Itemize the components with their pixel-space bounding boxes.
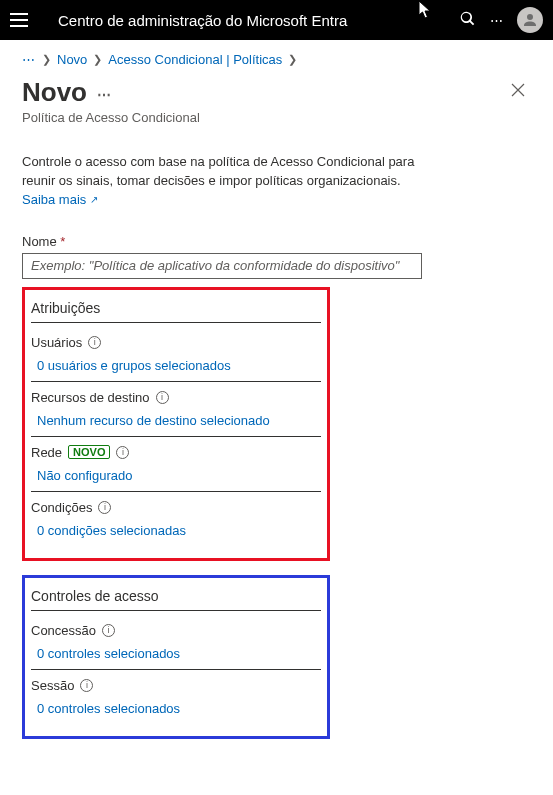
info-icon[interactable]: i [98,501,111,514]
info-icon[interactable]: i [88,336,101,349]
resources-link[interactable]: Nenhum recurso de destino selecionado [31,407,321,437]
conditions-label: Condições [31,500,92,515]
conditions-group: Condições i 0 condições selecionadas [31,498,321,546]
breadcrumb-link-policies[interactable]: Acesso Condicional | Políticas [108,52,282,67]
avatar[interactable] [517,7,543,33]
grant-group: Concessão i 0 controles selecionados [31,621,321,670]
chevron-right-icon: ❯ [93,53,102,66]
users-link[interactable]: 0 usuários e grupos selecionados [31,352,321,382]
page-more-icon[interactable]: ⋯ [97,87,111,103]
resources-label: Recursos de destino [31,390,150,405]
external-link-icon: ↗ [90,194,98,205]
info-icon[interactable]: i [80,679,93,692]
network-label: Rede [31,445,62,460]
chevron-right-icon: ❯ [42,53,51,66]
breadcrumb: ⋯ ❯ Novo ❯ Acesso Condicional | Política… [0,40,553,73]
new-badge: NOVO [68,445,110,459]
users-group: Usuários i 0 usuários e grupos seleciona… [31,333,321,382]
more-icon[interactable]: ⋯ [487,13,507,28]
app-title: Centro de administração do Microsoft Ent… [38,12,447,29]
network-link[interactable]: Não configurado [31,462,321,492]
learn-more-link[interactable]: Saiba mais ↗ [22,192,98,207]
name-label: Nome * [22,234,531,249]
session-group: Sessão i 0 controles selecionados [31,676,321,724]
grant-label: Concessão [31,623,96,638]
breadcrumb-more[interactable]: ⋯ [22,52,36,67]
close-icon[interactable] [505,77,531,106]
assignments-section: Atribuições Usuários i 0 usuários e grup… [22,287,330,561]
name-input[interactable] [22,253,422,279]
topbar: Centro de administração do Microsoft Ent… [0,0,553,40]
mouse-cursor [418,0,434,20]
info-icon[interactable]: i [156,391,169,404]
chevron-right-icon: ❯ [288,53,297,66]
info-icon[interactable]: i [116,446,129,459]
network-group: Rede NOVO i Não configurado [31,443,321,492]
intro-text: Controle o acesso com base na política d… [22,153,422,210]
resources-group: Recursos de destino i Nenhum recurso de … [31,388,321,437]
breadcrumb-link-novo[interactable]: Novo [57,52,87,67]
grant-link[interactable]: 0 controles selecionados [31,640,321,670]
search-icon[interactable] [457,11,477,29]
session-link[interactable]: 0 controles selecionados [31,695,321,724]
users-label: Usuários [31,335,82,350]
required-indicator: * [60,234,65,249]
assignments-title: Atribuições [31,296,321,323]
access-title: Controles de acesso [31,584,321,611]
menu-icon[interactable] [10,13,28,27]
conditions-link[interactable]: 0 condições selecionadas [31,517,321,546]
page-header: Novo ⋯ Política de Acesso Condicional [0,73,553,125]
session-label: Sessão [31,678,74,693]
page-subtitle: Política de Acesso Condicional [22,110,505,125]
info-icon[interactable]: i [102,624,115,637]
access-controls-section: Controles de acesso Concessão i 0 contro… [22,575,330,739]
page-title: Novo [22,77,87,108]
